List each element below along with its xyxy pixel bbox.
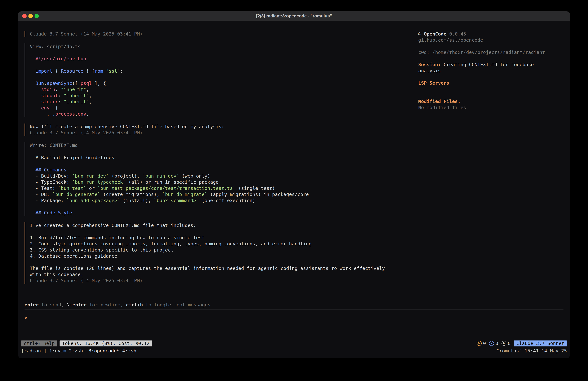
tmux-window-3-active[interactable]: 3:opencode* bbox=[89, 348, 120, 354]
text-line: ...process.env, bbox=[30, 111, 409, 117]
spacer bbox=[418, 74, 564, 80]
text-segment: (single test) bbox=[236, 185, 275, 191]
text-segment bbox=[30, 81, 36, 86]
tmux-window-4[interactable]: 4:zsh bbox=[122, 348, 136, 354]
tool-title: Write: CONTEXT.md bbox=[30, 142, 409, 148]
text-segment: `bun test` bbox=[58, 185, 86, 191]
text-line: stdout: "inherit", bbox=[30, 92, 409, 99]
lsp-servers-heading: LSP Servers bbox=[418, 80, 449, 86]
spacer bbox=[418, 86, 564, 92]
text-segment: stdout bbox=[41, 93, 58, 98]
text-line: 2. Code style guidelines covering import… bbox=[30, 241, 409, 247]
window-title: [2/3] radiant:3:opencode - "romulus" bbox=[256, 14, 332, 19]
code-snippet: #!/usr/bin/env bun import { Resource } f… bbox=[30, 56, 409, 117]
text-line bbox=[30, 74, 409, 80]
text-segment bbox=[30, 99, 41, 104]
input-help: enter to send, \+enter for newline, ctrl… bbox=[24, 302, 564, 308]
model-chip: Claude 3.7 Sonnet bbox=[514, 340, 567, 346]
text-segment bbox=[30, 167, 36, 173]
text-segment: ctrl+h bbox=[126, 302, 143, 308]
text-segment: stdin bbox=[41, 87, 55, 92]
text-segment: "sst" bbox=[106, 68, 120, 74]
spacer bbox=[30, 49, 409, 56]
text-segment: ## Code Style bbox=[36, 210, 72, 216]
text-segment: , bbox=[86, 111, 89, 117]
text-segment: © bbox=[418, 31, 424, 37]
command-input[interactable]: > bbox=[24, 315, 564, 321]
text-segment: env bbox=[78, 111, 86, 117]
text-segment: - Build/Dev: bbox=[30, 173, 72, 179]
text-segment: OpenCode bbox=[424, 31, 446, 37]
text-segment: . bbox=[75, 111, 78, 117]
text-segment: env bbox=[41, 105, 50, 111]
text-segment: - Test: bbox=[30, 185, 58, 191]
text-line bbox=[30, 161, 409, 167]
text-segment: : bbox=[58, 99, 64, 104]
text-segment: Bun bbox=[36, 81, 44, 86]
text-segment: "inherit" bbox=[64, 99, 89, 104]
cwd-path: cwd: /home/thdxr/dev/projects/radiant/ra… bbox=[418, 49, 564, 55]
text-segment: : bbox=[55, 87, 61, 92]
text-segment: \+enter bbox=[67, 302, 86, 308]
text-segment: `bun test packages/core/test/transaction… bbox=[97, 185, 236, 191]
text-segment: (project), bbox=[109, 173, 143, 179]
text-segment: , bbox=[89, 99, 92, 104]
tmux-session-name: [radiant] bbox=[21, 348, 46, 354]
spacer bbox=[418, 43, 564, 49]
session-title-wrap: analysis bbox=[418, 68, 564, 74]
text-line: env: { bbox=[30, 105, 409, 111]
minimize-button[interactable] bbox=[28, 14, 33, 18]
tmux-window-2[interactable]: 2:zsh- bbox=[69, 348, 86, 354]
text-segment bbox=[30, 210, 36, 216]
text-segment: Session: bbox=[418, 62, 441, 67]
tmux-window-list: [radiant] 1:nvim 2:zsh- 3:opencode* 4:zs… bbox=[21, 348, 136, 354]
text-segment bbox=[30, 105, 41, 111]
text-segment: { bbox=[52, 68, 61, 74]
tokens-cost-chip: Tokens: 16.4K (8%), Cost: $0.12 bbox=[60, 340, 152, 346]
text-segment: import bbox=[36, 68, 52, 74]
tool-title: View: script/db.ts bbox=[30, 44, 409, 49]
modified-files-empty: No modified files bbox=[418, 104, 564, 111]
zoom-button[interactable] bbox=[35, 14, 39, 18]
text-segment: #!/usr/bin/env bun bbox=[30, 56, 86, 62]
tmux-window-1[interactable]: 1:nvim bbox=[49, 348, 66, 354]
text-segment: to toggle tool messages bbox=[143, 302, 210, 308]
tmux-status-bar: [radiant] 1:nvim 2:zsh- 3:opencode* 4:zs… bbox=[21, 348, 567, 354]
message-text: I've created a comprehensive CONTEXT.md … bbox=[30, 222, 409, 277]
text-line: 3. CSS styling conventions specific to t… bbox=[30, 247, 409, 253]
text-line: I've created a comprehensive CONTEXT.md … bbox=[30, 222, 409, 228]
markdown-snippet: # Radiant Project Guidelines ## Commands… bbox=[30, 155, 409, 216]
text-line: ## Commands bbox=[30, 167, 409, 173]
spacer bbox=[418, 92, 564, 98]
conversation-pane: Claude 3.7 Sonnet (14 May 2025 03:41 PM)… bbox=[24, 31, 409, 290]
message-block: Claude 3.7 Sonnet (14 May 2025 03:41 PM) bbox=[24, 31, 409, 37]
text-segment: # Radiant Project Guidelines bbox=[30, 155, 114, 160]
text-segment: - DB: bbox=[30, 192, 52, 197]
tool-write-block: Write: CONTEXT.md # Radiant Project Guid… bbox=[24, 142, 409, 216]
diagnostics-warnings: W 0 bbox=[477, 340, 486, 346]
text-segment: to send, bbox=[39, 302, 67, 308]
text-line: stdin: "inherit", bbox=[30, 86, 409, 92]
text-line: Bun.spawnSync([`psql`], { bbox=[30, 80, 409, 86]
close-button[interactable] bbox=[22, 14, 27, 18]
text-segment: : { bbox=[50, 105, 58, 111]
info-icon: i bbox=[489, 341, 494, 346]
text-line: 4. Database operations guidance bbox=[30, 253, 409, 259]
text-segment: ## Commands bbox=[36, 167, 66, 173]
text-line: #!/usr/bin/env bun bbox=[30, 56, 409, 62]
text-segment bbox=[30, 87, 41, 92]
text-segment: , bbox=[86, 87, 89, 92]
text-segment: `bun run typecheck` bbox=[72, 179, 126, 185]
text-segment: (create migrations), bbox=[100, 192, 162, 197]
text-segment bbox=[30, 93, 41, 98]
warning-count: 0 bbox=[483, 340, 486, 346]
text-segment: process bbox=[55, 111, 75, 117]
text-segment: `psql` bbox=[78, 81, 95, 86]
diagnostics-info: i 0 bbox=[489, 340, 498, 346]
text-segment: - TypeCheck: bbox=[30, 179, 72, 185]
text-segment: spawnSync bbox=[47, 81, 72, 86]
text-segment: ... bbox=[30, 111, 55, 117]
text-segment: `bunx <command>` bbox=[154, 198, 199, 203]
opencode-logo: © OpenCode 0.0.45 bbox=[418, 31, 564, 37]
text-line: - DB: `bun db generate` (create migratio… bbox=[30, 191, 409, 198]
